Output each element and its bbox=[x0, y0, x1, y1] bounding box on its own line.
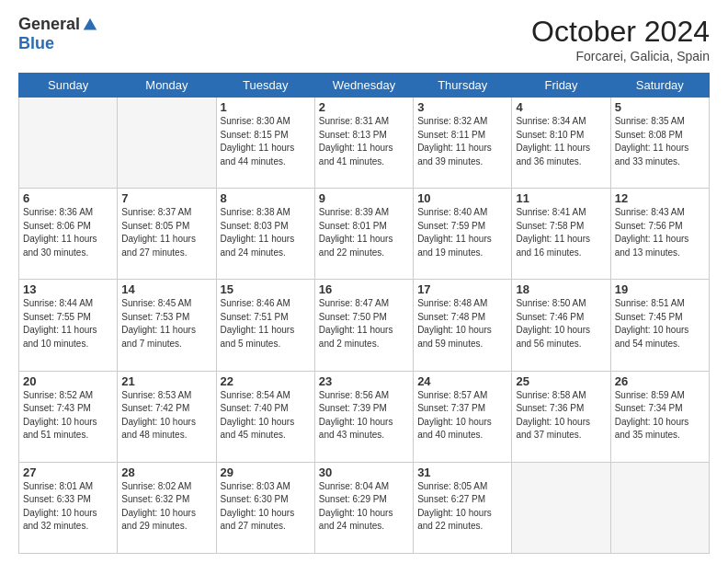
page: General Blue October 2024 Forcarei, Gali… bbox=[0, 0, 728, 563]
day-info: Sunrise: 8:44 AM Sunset: 7:55 PM Dayligh… bbox=[23, 297, 113, 350]
calendar-day-cell: 2Sunrise: 8:31 AM Sunset: 8:13 PM Daylig… bbox=[314, 98, 413, 189]
day-number: 15 bbox=[221, 282, 311, 296]
day-info: Sunrise: 8:41 AM Sunset: 7:58 PM Dayligh… bbox=[516, 206, 606, 259]
day-number: 9 bbox=[319, 191, 409, 205]
day-number: 13 bbox=[23, 282, 113, 296]
calendar-day-cell: 12Sunrise: 8:43 AM Sunset: 7:56 PM Dayli… bbox=[610, 189, 709, 280]
day-info: Sunrise: 8:36 AM Sunset: 8:06 PM Dayligh… bbox=[23, 206, 113, 259]
calendar-body: 1Sunrise: 8:30 AM Sunset: 8:15 PM Daylig… bbox=[19, 98, 710, 554]
calendar-day-cell bbox=[512, 462, 610, 553]
weekday-header-cell: Monday bbox=[118, 74, 216, 98]
calendar-day-cell: 22Sunrise: 8:54 AM Sunset: 7:40 PM Dayli… bbox=[216, 371, 314, 462]
day-number: 20 bbox=[23, 374, 113, 388]
day-number: 11 bbox=[516, 191, 606, 205]
day-number: 12 bbox=[615, 191, 705, 205]
logo-general-text: General bbox=[18, 15, 80, 34]
day-info: Sunrise: 8:46 AM Sunset: 7:51 PM Dayligh… bbox=[221, 297, 311, 350]
day-number: 28 bbox=[121, 465, 211, 479]
day-info: Sunrise: 8:56 AM Sunset: 7:39 PM Dayligh… bbox=[319, 389, 409, 442]
calendar-day-cell: 31Sunrise: 8:05 AM Sunset: 6:27 PM Dayli… bbox=[414, 462, 512, 553]
day-number: 16 bbox=[319, 282, 409, 296]
calendar-day-cell: 23Sunrise: 8:56 AM Sunset: 7:39 PM Dayli… bbox=[314, 371, 413, 462]
day-number: 5 bbox=[615, 100, 705, 114]
weekday-header-cell: Sunday bbox=[19, 74, 118, 98]
calendar-day-cell: 26Sunrise: 8:59 AM Sunset: 7:34 PM Dayli… bbox=[610, 371, 709, 462]
weekday-header-cell: Saturday bbox=[610, 74, 709, 98]
day-info: Sunrise: 8:52 AM Sunset: 7:43 PM Dayligh… bbox=[23, 389, 113, 442]
header: General Blue October 2024 Forcarei, Gali… bbox=[18, 15, 710, 63]
day-number: 31 bbox=[417, 465, 507, 479]
svg-marker-0 bbox=[84, 17, 97, 29]
weekday-header-row: SundayMondayTuesdayWednesdayThursdayFrid… bbox=[19, 74, 710, 98]
day-info: Sunrise: 8:50 AM Sunset: 7:46 PM Dayligh… bbox=[516, 297, 606, 350]
calendar-day-cell: 16Sunrise: 8:47 AM Sunset: 7:50 PM Dayli… bbox=[314, 280, 413, 371]
day-info: Sunrise: 8:05 AM Sunset: 6:27 PM Dayligh… bbox=[417, 480, 507, 534]
day-number: 17 bbox=[417, 282, 507, 296]
day-number: 7 bbox=[121, 191, 211, 205]
calendar-day-cell: 27Sunrise: 8:01 AM Sunset: 6:33 PM Dayli… bbox=[19, 462, 118, 553]
calendar-week-row: 1Sunrise: 8:30 AM Sunset: 8:15 PM Daylig… bbox=[19, 98, 710, 189]
calendar-day-cell: 17Sunrise: 8:48 AM Sunset: 7:48 PM Dayli… bbox=[414, 280, 512, 371]
location: Forcarei, Galicia, Spain bbox=[531, 49, 710, 63]
calendar-day-cell: 15Sunrise: 8:46 AM Sunset: 7:51 PM Dayli… bbox=[216, 280, 314, 371]
calendar-day-cell: 3Sunrise: 8:32 AM Sunset: 8:11 PM Daylig… bbox=[414, 98, 512, 189]
day-number: 4 bbox=[516, 100, 606, 114]
day-info: Sunrise: 8:34 AM Sunset: 8:10 PM Dayligh… bbox=[516, 115, 606, 168]
day-info: Sunrise: 8:45 AM Sunset: 7:53 PM Dayligh… bbox=[121, 297, 211, 350]
calendar-day-cell bbox=[610, 462, 709, 553]
day-info: Sunrise: 8:40 AM Sunset: 7:59 PM Dayligh… bbox=[417, 206, 507, 259]
calendar-day-cell: 20Sunrise: 8:52 AM Sunset: 7:43 PM Dayli… bbox=[19, 371, 118, 462]
day-info: Sunrise: 8:54 AM Sunset: 7:40 PM Dayligh… bbox=[221, 389, 311, 442]
day-info: Sunrise: 8:37 AM Sunset: 8:05 PM Dayligh… bbox=[121, 206, 211, 259]
weekday-header-cell: Friday bbox=[512, 74, 610, 98]
month-title: October 2024 bbox=[531, 15, 710, 49]
calendar-day-cell: 13Sunrise: 8:44 AM Sunset: 7:55 PM Dayli… bbox=[19, 280, 118, 371]
logo-blue-text: Blue bbox=[18, 34, 54, 53]
calendar-day-cell bbox=[19, 98, 118, 189]
day-info: Sunrise: 8:47 AM Sunset: 7:50 PM Dayligh… bbox=[319, 297, 409, 350]
calendar-week-row: 6Sunrise: 8:36 AM Sunset: 8:06 PM Daylig… bbox=[19, 189, 710, 280]
day-number: 25 bbox=[516, 374, 606, 388]
day-number: 29 bbox=[221, 465, 311, 479]
day-info: Sunrise: 8:03 AM Sunset: 6:30 PM Dayligh… bbox=[221, 480, 311, 534]
weekday-header-cell: Thursday bbox=[414, 74, 512, 98]
day-info: Sunrise: 8:48 AM Sunset: 7:48 PM Dayligh… bbox=[417, 297, 507, 350]
day-info: Sunrise: 8:39 AM Sunset: 8:01 PM Dayligh… bbox=[319, 206, 409, 259]
day-info: Sunrise: 8:57 AM Sunset: 7:37 PM Dayligh… bbox=[417, 389, 507, 442]
calendar-day-cell: 25Sunrise: 8:58 AM Sunset: 7:36 PM Dayli… bbox=[512, 371, 610, 462]
day-info: Sunrise: 8:35 AM Sunset: 8:08 PM Dayligh… bbox=[615, 115, 705, 168]
day-info: Sunrise: 8:02 AM Sunset: 6:32 PM Dayligh… bbox=[121, 480, 211, 534]
day-number: 2 bbox=[319, 100, 409, 114]
day-info: Sunrise: 8:53 AM Sunset: 7:42 PM Dayligh… bbox=[121, 389, 211, 442]
day-number: 21 bbox=[121, 374, 211, 388]
day-info: Sunrise: 8:04 AM Sunset: 6:29 PM Dayligh… bbox=[319, 480, 409, 534]
day-number: 27 bbox=[23, 465, 113, 479]
calendar-day-cell: 29Sunrise: 8:03 AM Sunset: 6:30 PM Dayli… bbox=[216, 462, 314, 553]
calendar-day-cell: 8Sunrise: 8:38 AM Sunset: 8:03 PM Daylig… bbox=[216, 189, 314, 280]
weekday-header-cell: Tuesday bbox=[216, 74, 314, 98]
calendar-day-cell: 19Sunrise: 8:51 AM Sunset: 7:45 PM Dayli… bbox=[610, 280, 709, 371]
day-info: Sunrise: 8:51 AM Sunset: 7:45 PM Dayligh… bbox=[615, 297, 705, 350]
calendar-day-cell: 4Sunrise: 8:34 AM Sunset: 8:10 PM Daylig… bbox=[512, 98, 610, 189]
calendar-day-cell: 30Sunrise: 8:04 AM Sunset: 6:29 PM Dayli… bbox=[314, 462, 413, 553]
day-number: 14 bbox=[121, 282, 211, 296]
calendar-day-cell: 7Sunrise: 8:37 AM Sunset: 8:05 PM Daylig… bbox=[118, 189, 216, 280]
logo: General Blue bbox=[18, 15, 98, 53]
day-info: Sunrise: 8:38 AM Sunset: 8:03 PM Dayligh… bbox=[221, 206, 311, 259]
calendar-day-cell: 1Sunrise: 8:30 AM Sunset: 8:15 PM Daylig… bbox=[216, 98, 314, 189]
day-number: 10 bbox=[417, 191, 507, 205]
day-number: 24 bbox=[417, 374, 507, 388]
day-info: Sunrise: 8:01 AM Sunset: 6:33 PM Dayligh… bbox=[23, 480, 113, 534]
calendar-day-cell: 9Sunrise: 8:39 AM Sunset: 8:01 PM Daylig… bbox=[314, 189, 413, 280]
calendar-day-cell: 21Sunrise: 8:53 AM Sunset: 7:42 PM Dayli… bbox=[118, 371, 216, 462]
day-info: Sunrise: 8:32 AM Sunset: 8:11 PM Dayligh… bbox=[417, 115, 507, 168]
day-info: Sunrise: 8:30 AM Sunset: 8:15 PM Dayligh… bbox=[221, 115, 311, 168]
day-number: 6 bbox=[23, 191, 113, 205]
day-number: 18 bbox=[516, 282, 606, 296]
calendar-day-cell: 14Sunrise: 8:45 AM Sunset: 7:53 PM Dayli… bbox=[118, 280, 216, 371]
calendar-day-cell: 10Sunrise: 8:40 AM Sunset: 7:59 PM Dayli… bbox=[414, 189, 512, 280]
day-number: 22 bbox=[221, 374, 311, 388]
day-info: Sunrise: 8:43 AM Sunset: 7:56 PM Dayligh… bbox=[615, 206, 705, 259]
calendar-week-row: 20Sunrise: 8:52 AM Sunset: 7:43 PM Dayli… bbox=[19, 371, 710, 462]
header-right: October 2024 Forcarei, Galicia, Spain bbox=[531, 15, 710, 63]
